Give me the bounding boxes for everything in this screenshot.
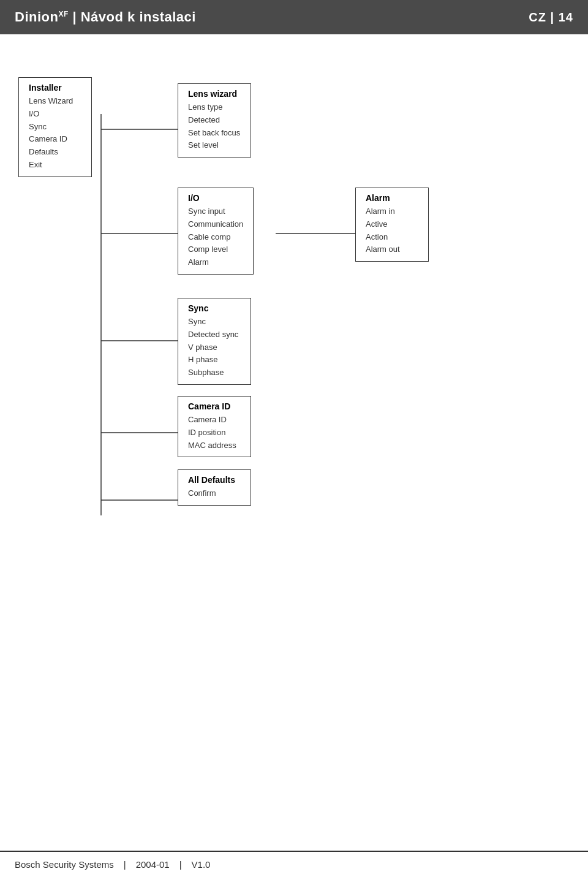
io-box: I/O Sync input Communication Cable comp … — [178, 188, 254, 275]
alarm-io-item: Alarm — [188, 256, 243, 269]
confirm-item: Confirm — [188, 487, 241, 500]
id-position-item: ID position — [188, 427, 241, 439]
sync-box: Sync Sync Detected sync V phase H phase … — [178, 298, 251, 385]
comp-level-item: Comp level — [188, 243, 243, 256]
footer-version: V1.0 — [192, 859, 211, 870]
h-phase-item: H phase — [188, 354, 241, 366]
footer-separator2: | — [179, 859, 182, 870]
footer-separator1: | — [124, 859, 126, 870]
lens-wizard-box: Lens wizard Lens type Detected Set back … — [178, 83, 251, 158]
page-label: CZ — [529, 10, 546, 24]
cameraid-item: Camera ID — [188, 414, 241, 427]
alldefaults-box: All Defaults Confirm — [178, 469, 251, 506]
action-item: Action — [366, 231, 418, 244]
header-page: CZ | 14 — [529, 10, 573, 25]
brand-name: Dinion — [15, 9, 58, 25]
alarm-box: Alarm Alarm in Active Action Alarm out — [355, 188, 429, 262]
subphase-item: Subphase — [188, 366, 241, 379]
alldefaults-title: All Defaults — [188, 475, 241, 485]
header: DinionXF | Návod k instalaci CZ | 14 — [0, 0, 588, 34]
mac-address-item: MAC address — [188, 439, 241, 452]
alarm-in-item: Alarm in — [366, 205, 418, 218]
footer-year: 2004-01 — [136, 859, 170, 870]
header-subtitle: Návod k instalaci — [81, 9, 196, 25]
brand-sup: XF — [58, 10, 68, 18]
alarm-out-item: Alarm out — [366, 243, 418, 256]
set-back-focus-item: Set back focus — [188, 127, 241, 140]
page-separator: | — [551, 10, 559, 24]
installer-item-cameraid: Camera ID — [29, 133, 81, 146]
lens-wizard-title: Lens wizard — [188, 89, 241, 99]
installer-item-lens-wizard: Lens Wizard — [29, 95, 81, 108]
sync-input-item: Sync input — [188, 205, 243, 218]
sync-item: Sync — [188, 316, 241, 328]
installer-item-defaults: Defaults — [29, 146, 81, 159]
communication-item: Communication — [188, 218, 243, 231]
active-item: Active — [366, 218, 418, 231]
page-number: 14 — [559, 10, 573, 24]
detected-item: Detected — [188, 114, 241, 127]
alarm-title: Alarm — [366, 193, 418, 203]
main-content: Installer Lens Wizard I/O Sync Camera ID… — [0, 34, 588, 843]
sync-title: Sync — [188, 303, 241, 313]
installer-title: Installer — [29, 83, 81, 93]
detected-sync-item: Detected sync — [188, 328, 241, 341]
installer-item-io: I/O — [29, 108, 81, 121]
installer-box: Installer Lens Wizard I/O Sync Camera ID… — [18, 77, 92, 177]
header-separator: | — [72, 9, 80, 25]
footer: Bosch Security Systems | 2004-01 | V1.0 — [0, 851, 588, 877]
set-level-item: Set level — [188, 139, 241, 152]
header-title: DinionXF | Návod k instalaci — [15, 9, 196, 25]
lens-type-item: Lens type — [188, 101, 241, 114]
cable-comp-item: Cable comp — [188, 231, 243, 244]
cameraid-box: Camera ID Camera ID ID position MAC addr… — [178, 396, 251, 457]
cameraid-title: Camera ID — [188, 401, 241, 411]
footer-company: Bosch Security Systems — [15, 859, 114, 870]
v-phase-item: V phase — [188, 341, 241, 354]
installer-item-sync: Sync — [29, 121, 81, 134]
io-title: I/O — [188, 193, 243, 203]
installer-item-exit: Exit — [29, 159, 81, 172]
